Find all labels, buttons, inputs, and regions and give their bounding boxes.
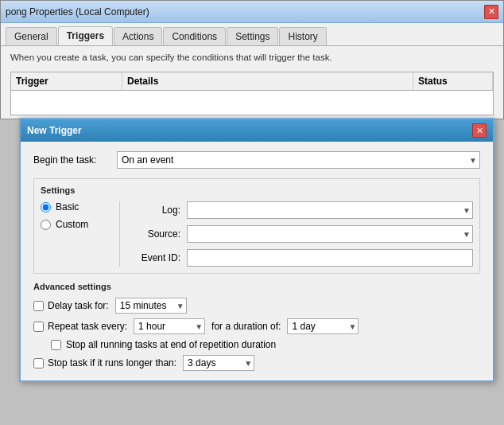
repeat-task-select-wrapper: 15 minutes 30 minutes 1 hour 8 hours 1 d… — [134, 318, 205, 334]
settings-legend: Settings — [41, 185, 473, 195]
radio-custom-item[interactable]: Custom — [41, 219, 107, 230]
settings-inner: Basic Custom Log: — [41, 201, 473, 267]
new-trigger-dialog: New Trigger ✕ Begin the task: On an even… — [19, 118, 494, 382]
stop-task-select-wrapper: 1 hour 2 hours 4 hours 8 hours 1 day 3 d… — [183, 355, 254, 371]
repeat-task-select[interactable]: 15 minutes 30 minutes 1 hour 8 hours 1 d… — [134, 318, 205, 334]
outer-window: pong Properties (Local Computer) ✕ Gener… — [0, 0, 504, 119]
log-field-row: Log: Application System Security ▼ — [133, 201, 473, 219]
radio-basic-label: Basic — [56, 201, 79, 212]
delay-task-select[interactable]: 15 minutes 30 minutes 1 hour 8 hours 1 d… — [115, 298, 187, 314]
source-select[interactable] — [187, 225, 473, 243]
outer-window-title: pong Properties (Local Computer) — [6, 6, 149, 18]
radio-custom[interactable] — [41, 220, 51, 230]
radio-custom-label: Custom — [56, 219, 88, 230]
stop-task-select[interactable]: 1 hour 2 hours 4 hours 8 hours 1 day 3 d… — [183, 355, 254, 371]
tab-actions[interactable]: Actions — [114, 27, 162, 45]
begin-task-label: Begin the task: — [33, 154, 109, 166]
repeat-task-label: Repeat task every: — [48, 321, 127, 332]
radio-group: Basic Custom — [41, 201, 120, 267]
stop-running-checkbox[interactable] — [51, 340, 61, 350]
tab-history[interactable]: History — [279, 27, 326, 45]
eventid-input[interactable] — [187, 249, 473, 267]
duration-select[interactable]: 15 minutes 30 minutes 1 hour 8 hours 1 d… — [287, 318, 359, 334]
source-select-wrapper: ▼ — [187, 225, 473, 243]
source-label: Source: — [133, 228, 180, 240]
radio-basic[interactable] — [41, 202, 51, 212]
delay-task-row: Delay task for: 15 minutes 30 minutes 1 … — [33, 298, 480, 314]
advanced-legend: Advanced settings — [33, 282, 480, 291]
delay-task-checkbox[interactable] — [33, 301, 44, 311]
modal-body: Begin the task: On an event On a schedul… — [21, 142, 493, 380]
delay-task-select-wrapper: 15 minutes 30 minutes 1 hour 8 hours 1 d… — [115, 298, 187, 314]
stop-task-checkbox-label[interactable]: Stop task if it runs longer than: — [33, 357, 176, 368]
event-fields: Log: Application System Security ▼ — [120, 201, 473, 267]
col-trigger-header: Trigger — [11, 72, 122, 90]
tab-general[interactable]: General — [6, 27, 57, 45]
stop-task-row: Stop task if it runs longer than: 1 hour… — [33, 355, 480, 371]
modal-titlebar: New Trigger ✕ — [21, 119, 493, 142]
advanced-section: Advanced settings Delay task for: 15 min… — [33, 282, 480, 371]
outer-close-button[interactable]: ✕ — [484, 5, 498, 19]
outer-titlebar: pong Properties (Local Computer) ✕ — [1, 1, 503, 23]
stop-running-row: Stop all running tasks at end of repetit… — [33, 339, 480, 350]
repeat-task-checkbox-label[interactable]: Repeat task every: — [33, 321, 127, 332]
begin-task-row: Begin the task: On an event On a schedul… — [33, 151, 480, 169]
duration-select-wrapper: 15 minutes 30 minutes 1 hour 8 hours 1 d… — [287, 318, 359, 334]
repeat-task-row: Repeat task every: 15 minutes 30 minutes… — [33, 318, 480, 334]
triggers-description: When you create a task, you can specify … — [1, 46, 503, 68]
tab-triggers[interactable]: Triggers — [58, 26, 113, 45]
modal-close-button[interactable]: ✕ — [472, 123, 487, 138]
eventid-field-row: Event ID: — [133, 249, 473, 267]
delay-task-label: Delay task for: — [48, 300, 109, 311]
begin-task-select-wrapper: On an event On a schedule At log on At s… — [117, 151, 480, 169]
col-status-header: Status — [413, 72, 493, 90]
repeat-task-checkbox[interactable] — [33, 322, 44, 332]
source-field-row: Source: ▼ — [133, 225, 473, 243]
settings-section: Settings Basic Custom — [33, 178, 480, 274]
stop-task-label: Stop task if it runs longer than: — [48, 357, 176, 368]
log-label: Log: — [133, 205, 180, 216]
trigger-table-header: Trigger Details Status — [11, 72, 493, 91]
for-duration-label: for a duration of: — [211, 321, 281, 332]
tab-conditions[interactable]: Conditions — [163, 27, 226, 45]
tabs-bar: General Triggers Actions Conditions Sett… — [1, 23, 503, 46]
stop-running-label: Stop all running tasks at end of repetit… — [66, 339, 276, 350]
log-select-wrapper: Application System Security ▼ — [187, 201, 473, 219]
col-details-header: Details — [122, 72, 413, 90]
begin-task-select[interactable]: On an event On a schedule At log on At s… — [117, 151, 480, 169]
modal-title: New Trigger — [27, 125, 82, 136]
log-select[interactable]: Application System Security — [187, 201, 473, 219]
stop-task-checkbox[interactable] — [33, 358, 44, 368]
trigger-table: Trigger Details Status — [10, 72, 494, 115]
tab-settings[interactable]: Settings — [227, 27, 278, 45]
eventid-label: Event ID: — [133, 252, 180, 263]
radio-basic-item[interactable]: Basic — [41, 201, 107, 212]
delay-task-checkbox-label[interactable]: Delay task for: — [33, 300, 109, 311]
